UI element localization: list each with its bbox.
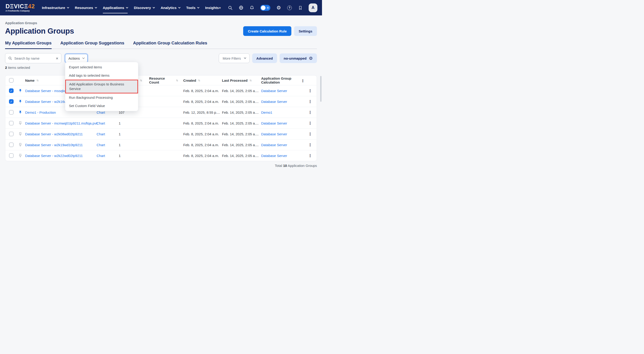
nav-applications[interactable]: Applications: [103, 0, 128, 15]
calculation-rule-link[interactable]: Database Server: [261, 143, 287, 147]
last-processed-cell: Feb. 14, 2025, 2:05 a....: [217, 143, 256, 147]
created-cell: Feb. 12, 2025, 8:55 p....: [178, 111, 217, 114]
sort-icon: ↑↓: [198, 79, 200, 82]
menu-item-export-selected[interactable]: Export selected items: [65, 63, 138, 71]
chart-link[interactable]: Chart: [96, 121, 105, 125]
vertical-scrollbar[interactable]: [320, 76, 322, 102]
menu-item-run-background-processing[interactable]: Run Background Processing: [65, 93, 138, 102]
select-all-checkbox[interactable]: [9, 78, 14, 83]
nav-infrastructure[interactable]: Infrastructure: [42, 0, 69, 15]
nav-resources[interactable]: Resources: [75, 0, 96, 15]
row-checkbox[interactable]: ✓: [9, 88, 14, 93]
tab-application-group-suggestions[interactable]: Application Group Suggestions: [60, 40, 124, 49]
bookmark-icon[interactable]: [298, 5, 303, 10]
device42-logo[interactable]: DΞVICΞ42 A Freshworks Company: [6, 3, 35, 12]
search-input[interactable]: [14, 56, 56, 60]
row-kebab-menu-icon[interactable]: ⋮: [308, 88, 317, 93]
nav-insights[interactable]: Insights+: [205, 0, 221, 15]
row-kebab-menu-icon[interactable]: ⋮: [308, 121, 317, 126]
chevron-down-icon: [197, 6, 200, 8]
last-processed-cell: Feb. 14, 2025, 2:05 a....: [217, 132, 256, 136]
logo-wordmark: DΞVICΞ42: [6, 3, 35, 9]
pin-icon-outline[interactable]: [17, 154, 24, 158]
pin-icon-outline[interactable]: [17, 132, 24, 136]
tab-application-group-calculation-rules[interactable]: Application Group Calculation Rules: [133, 40, 207, 49]
advanced-button[interactable]: Advanced: [252, 53, 277, 63]
nav-discovery[interactable]: Discovery: [134, 0, 154, 15]
calculation-rule-link[interactable]: Demo1: [261, 111, 272, 114]
chart-link[interactable]: Chart: [96, 132, 105, 136]
column-header-created[interactable]: Created↑↓: [178, 78, 217, 82]
row-kebab-menu-icon[interactable]: ⋮: [308, 132, 317, 137]
calculation-rule-link[interactable]: Database Server: [261, 100, 287, 104]
nav-analytics[interactable]: Analytics: [161, 0, 180, 15]
created-cell: Feb. 8, 2025, 2:04 a.m.: [178, 100, 217, 104]
notifications-bell-icon[interactable]: [250, 5, 254, 10]
row-checkbox[interactable]: [9, 110, 14, 115]
chart-link[interactable]: Chart: [96, 143, 105, 147]
search-icon[interactable]: [228, 5, 233, 10]
application-group-name-link[interactable]: Database Server - mssqlwd0: [25, 89, 70, 93]
theme-toggle[interactable]: [260, 5, 270, 11]
application-group-name-link[interactable]: Database Server - w2k16wq0: [25, 100, 70, 104]
pin-icon-outline[interactable]: [17, 121, 24, 125]
last-processed-cell: Feb. 14, 2025, 2:05 a....: [217, 121, 256, 125]
clipped-column-text: |: [302, 78, 303, 82]
actions-dropdown-button[interactable]: Actions: [65, 54, 88, 63]
application-group-name-link[interactable]: Demo1 - Production: [25, 111, 56, 114]
column-header-resource-count[interactable]: Resource Count↑↓: [143, 76, 178, 84]
calculation-rule-link[interactable]: Database Server: [261, 132, 287, 136]
calculation-rule-link[interactable]: Database Server: [261, 121, 287, 125]
more-filters-button[interactable]: More Filters: [219, 53, 250, 63]
toggle-knob-icon: [261, 5, 266, 10]
menu-item-set-custom-field[interactable]: Set Custom Field Value: [65, 102, 138, 110]
menu-item-add-tags[interactable]: Add tags to selected items: [65, 71, 138, 80]
row-kebab-menu-icon[interactable]: ⋮: [308, 110, 317, 115]
settings-button[interactable]: Settings: [294, 26, 317, 36]
column-header-last-processed[interactable]: Last Processed↑↓: [217, 78, 256, 82]
row-checkbox[interactable]: [9, 143, 14, 147]
pin-icon-filled[interactable]: [17, 111, 24, 114]
calculation-rule-link[interactable]: Database Server: [261, 89, 287, 93]
application-group-name-link[interactable]: Database Server - w2k08wd02tp9211: [25, 132, 83, 136]
saved-filter-button[interactable]: no-unmapped⚙: [280, 53, 317, 63]
chevron-down-icon: [244, 57, 246, 59]
selection-summary: 2 items selected: [5, 66, 317, 69]
globe-icon[interactable]: [238, 5, 244, 10]
user-avatar[interactable]: A: [309, 3, 318, 12]
settings-gear-icon[interactable]: ⚙: [276, 5, 281, 10]
application-group-name-link[interactable]: Database Server - w2k22wd02tp9211: [25, 154, 83, 158]
menu-item-add-to-business-service[interactable]: Add Application Groups to Business Servi…: [65, 80, 138, 93]
page-title: Application Groups: [5, 27, 74, 35]
row-checkbox[interactable]: [9, 153, 14, 158]
row-checkbox[interactable]: [9, 121, 14, 125]
calculation-rule-link[interactable]: Database Server: [261, 154, 287, 158]
count-cell: 1: [117, 154, 143, 158]
application-group-name-link[interactable]: Database Server - mcmwq01tp9211.msftqa.p…: [25, 121, 97, 125]
filter-gear-icon: ⚙: [309, 56, 313, 60]
pin-icon-outline[interactable]: [17, 143, 24, 147]
sort-icon: ↑↓: [250, 79, 252, 82]
tab-my-application-groups[interactable]: My Application Groups: [5, 40, 52, 49]
pin-icon-filled[interactable]: [17, 100, 24, 103]
row-kebab-menu-icon[interactable]: ⋮: [308, 143, 317, 147]
breadcrumb[interactable]: Application Groups: [5, 21, 317, 25]
pin-icon-filled[interactable]: [17, 89, 24, 93]
search-icon: [8, 56, 12, 60]
row-checkbox[interactable]: ✓: [9, 99, 14, 104]
row-kebab-menu-icon[interactable]: ⋮: [308, 99, 317, 104]
clear-search-icon[interactable]: ×: [56, 56, 58, 60]
column-header-application-group-calculation[interactable]: Application Group Calculation|: [256, 76, 303, 84]
table-row: ✓ Database Server - w2k16wq0 Chart Feb. …: [5, 96, 317, 107]
help-icon[interactable]: ?: [287, 5, 292, 10]
last-processed-cell: Feb. 14, 2025, 2:05 a....: [217, 100, 256, 104]
created-cell: Feb. 8, 2025, 2:04 a.m.: [178, 89, 217, 93]
row-checkbox[interactable]: [9, 132, 14, 136]
row-kebab-menu-icon[interactable]: ⋮: [308, 153, 317, 158]
application-group-name-link[interactable]: Database Server - w2k19wd10tp9211: [25, 143, 83, 147]
nav-tools[interactable]: Tools: [186, 0, 199, 15]
create-calculation-rule-button[interactable]: Create Calculation Rule: [243, 26, 291, 36]
chart-link[interactable]: Chart: [96, 154, 105, 158]
count-cell: 1: [117, 132, 143, 136]
table-row: Database Server - w2k19wd10tp9211 Chart …: [5, 139, 317, 150]
